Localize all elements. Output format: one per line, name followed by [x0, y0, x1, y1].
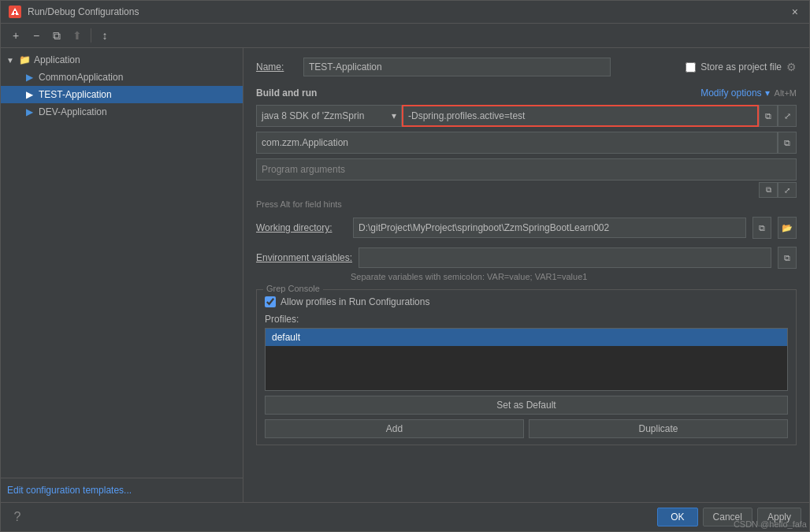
copy-icon4: ⧉ [784, 253, 790, 263]
name-input[interactable] [303, 58, 611, 76]
grep-console-legend: Grep Console [263, 284, 323, 293]
remove-icon: − [33, 29, 39, 42]
expand-icon: ⤢ [784, 111, 791, 121]
modify-options-shortcut: Alt+M [775, 88, 797, 98]
title-bar: Run/Debug Configurations × [1, 1, 809, 24]
allow-profiles-checkbox[interactable] [265, 296, 276, 307]
add-duplicate-row: Add Duplicate [265, 419, 788, 438]
duplicate-profile-button[interactable]: Duplicate [529, 419, 788, 438]
ok-button[interactable]: OK [657, 508, 697, 526]
field-hint: Press Alt for field hints [256, 199, 797, 209]
configurations-toolbar: + − ⧉ ⬆ ↕ [1, 24, 809, 48]
right-panel: Name: Store as project file ⚙ Build and … [243, 48, 809, 502]
program-args-placeholder: Program arguments [262, 164, 345, 175]
move-config-button: ⬆ [69, 27, 86, 44]
vm-options-box[interactable]: -Dspring.profiles.active=test [402, 105, 759, 127]
run-config-icon-dev: ▶ [23, 106, 35, 118]
prog-args-copy-button[interactable]: ⧉ [759, 182, 778, 198]
vm-options-value: -Dspring.profiles.active=test [408, 110, 525, 121]
config-tree: ▼ 📁 Application ▶ CommonApplication ▶ TE… [1, 48, 243, 478]
tree-root-label: Application [34, 54, 80, 65]
copy-icon2: ⧉ [766, 185, 771, 195]
env-var-input[interactable] [359, 247, 771, 268]
sdk-dropdown-icon: ▾ [392, 110, 396, 121]
tree-test-label: TEST-Application [39, 89, 112, 100]
store-project-row: Store as project file ⚙ [686, 61, 797, 73]
copy-config-button[interactable]: ⧉ [48, 27, 65, 44]
tree-item-common[interactable]: ▶ CommonApplication [1, 69, 243, 86]
add-profile-button[interactable]: Add [265, 419, 524, 438]
working-dir-label: Working directory: [256, 222, 347, 233]
run-config-icon-test: ▶ [23, 88, 35, 101]
chevron-down-icon: ▾ [765, 87, 770, 99]
run-config-icon: ▶ [23, 71, 35, 84]
svg-rect-2 [14, 14, 16, 15]
main-class-copy-button[interactable]: ⧉ [778, 132, 797, 154]
working-dir-input[interactable] [353, 218, 746, 238]
remove-config-button[interactable]: − [28, 27, 45, 44]
add-icon: + [13, 29, 19, 42]
working-dir-browse-button[interactable]: 📂 [778, 217, 797, 239]
name-row: Name: Store as project file ⚙ [256, 58, 797, 76]
grep-console-group: Grep Console Allow profiles in Run Confi… [256, 289, 797, 445]
main-class-input[interactable] [256, 132, 778, 154]
folder-icon: 📂 [782, 223, 793, 233]
svg-rect-1 [14, 11, 16, 13]
env-var-copy-button[interactable]: ⧉ [778, 247, 797, 269]
edit-templates-link[interactable]: Edit configuration templates... [1, 478, 243, 502]
modify-options-link[interactable]: Modify options ▾ [700, 87, 769, 99]
watermark: CSDN @hello_fafa [734, 519, 807, 529]
profiles-label: Profiles: [265, 314, 788, 325]
program-args-box[interactable]: Program arguments [256, 158, 797, 180]
env-var-label: Environment variables: [256, 252, 352, 263]
tree-common-label: CommonApplication [39, 72, 123, 83]
tree-dev-label: DEV-Application [39, 106, 107, 117]
copy-icon: ⧉ [784, 138, 790, 148]
vm-options-expand-button[interactable]: ⤢ [778, 105, 797, 127]
copy-icon: ⧉ [53, 29, 61, 43]
store-project-label: Store as project file [700, 61, 782, 73]
env-var-row: Environment variables: ⧉ [256, 247, 797, 269]
run-debug-dialog: Run/Debug Configurations × + − ⧉ ⬆ ↕ ▼ [0, 0, 810, 532]
sort-config-button[interactable]: ↕ [96, 27, 113, 44]
profiles-list: default [265, 328, 788, 391]
main-class-row: ⧉ [256, 132, 797, 154]
add-config-button[interactable]: + [7, 27, 24, 44]
close-button[interactable]: × [789, 6, 801, 18]
env-hint: Separate variables with semicolon: VAR=v… [256, 272, 797, 281]
bottom-bar: ? OK Cancel Apply [1, 502, 809, 531]
copy-icon3: ⧉ [759, 223, 765, 233]
working-dir-copy-button[interactable]: ⧉ [752, 217, 771, 239]
name-label: Name: [256, 61, 303, 73]
sort-icon: ↕ [102, 29, 108, 42]
profile-item-default[interactable]: default [266, 329, 787, 346]
sdk-vm-row: java 8 SDK of 'ZzmSprin ▾ -Dspring.profi… [256, 105, 797, 127]
sdk-value: java 8 SDK of 'ZzmSprin [262, 110, 364, 121]
expand-icon2: ⤢ [784, 186, 790, 195]
prog-args-expand-button[interactable]: ⤢ [778, 182, 797, 198]
tree-item-dev[interactable]: ▶ DEV-Application [1, 103, 243, 121]
sdk-select[interactable]: java 8 SDK of 'ZzmSprin ▾ [256, 105, 402, 127]
toolbar-divider [91, 28, 91, 43]
set-default-button[interactable]: Set as Default [265, 396, 788, 415]
main-content: ▼ 📁 Application ▶ CommonApplication ▶ TE… [1, 48, 809, 502]
vm-options-copy-button[interactable]: ⧉ [759, 105, 778, 127]
build-run-title: Build and run [256, 87, 317, 99]
build-run-section-header: Build and run Modify options ▾ Alt+M [256, 87, 797, 99]
application-folder-icon: 📁 [18, 54, 31, 66]
move-icon: ⬆ [72, 29, 82, 42]
help-button[interactable]: ? [9, 508, 26, 526]
dialog-title: Run/Debug Configurations [28, 6, 782, 17]
expand-icon: ▼ [6, 55, 15, 65]
tree-item-test[interactable]: ▶ TEST-Application [1, 86, 243, 103]
allow-profiles-row: Allow profiles in Run Configurations [265, 296, 788, 307]
dialog-icon [9, 6, 21, 18]
copy-to-clipboard-icon: ⧉ [765, 111, 771, 121]
gear-icon[interactable]: ⚙ [786, 61, 797, 73]
question-mark-icon: ? [14, 510, 21, 523]
left-panel: ▼ 📁 Application ▶ CommonApplication ▶ TE… [1, 48, 243, 502]
store-project-checkbox[interactable] [686, 62, 696, 73]
working-dir-row: Working directory: ⧉ 📂 [256, 217, 797, 239]
allow-profiles-label: Allow profiles in Run Configurations [281, 296, 429, 307]
tree-root-application[interactable]: ▼ 📁 Application [1, 51, 243, 69]
